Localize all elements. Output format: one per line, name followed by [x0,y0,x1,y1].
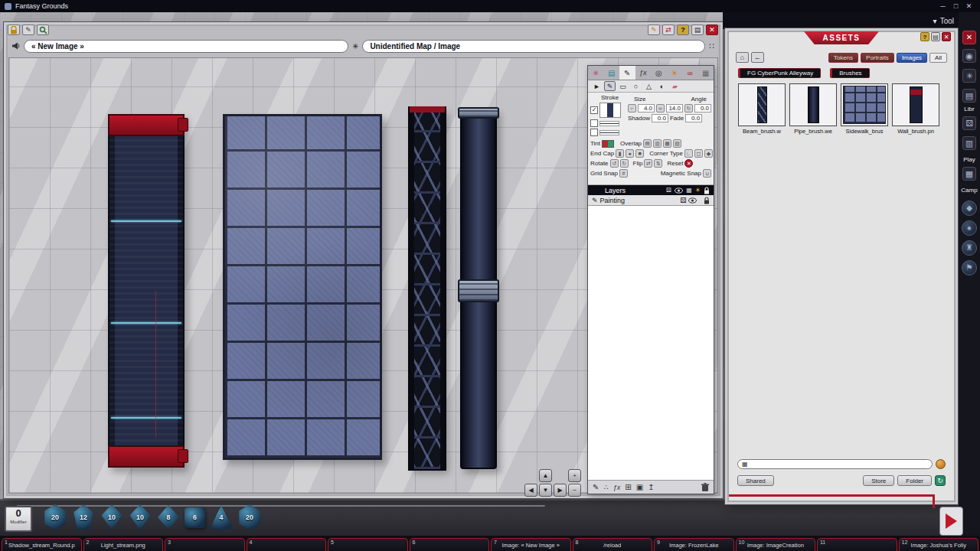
size-width-input[interactable]: 4.0 [638,104,655,112]
add-folder-icon[interactable]: ⊞ [625,483,631,491]
image-type-field[interactable]: Unidentified Map / Image [362,40,705,53]
layer-die-icon[interactable]: ⚄ [680,197,686,204]
dock-scroll-icon[interactable]: ▥ [962,136,976,150]
d8-die[interactable]: 8 [156,504,181,530]
hotkey-slot[interactable]: 11 [817,538,897,551]
overlap-option-1[interactable]: ▤ [643,139,652,148]
tab-brush[interactable]: ✎ [619,66,635,80]
layer-lock-icon[interactable] [704,197,710,204]
edit-mode-button[interactable]: ✎ [22,24,34,35]
asset-thumbnail[interactable] [892,83,939,126]
fx-icon[interactable]: ƒx [613,484,621,491]
magnetic-snap-toggle[interactable]: ∪ [703,169,711,178]
assets-help-button[interactable]: ? [920,32,929,41]
tool-menu[interactable]: Tool [940,17,954,25]
lock-icon[interactable] [8,24,20,35]
hotkey-slot[interactable]: 1Shadow_stream_Round.p [2,538,82,551]
copy-icon[interactable]: ▣ [636,483,643,491]
announce-icon[interactable] [11,42,20,50]
ellipse-tool[interactable]: ○ [630,81,642,91]
dock-tokens-icon[interactable]: ♜ [962,240,977,256]
layer-visibility-icon[interactable] [688,197,697,204]
end-cap-round[interactable]: ● [626,149,634,158]
size-length-input[interactable]: 14.0 [666,104,683,112]
blend-tool[interactable]: ◐ [656,81,668,91]
hotkey-slot[interactable]: 4 [247,538,327,551]
tab-tokens[interactable]: Tokens [828,53,858,63]
stroke-option2-checkbox[interactable] [590,129,598,136]
stroke-preview[interactable] [599,103,621,118]
store-button[interactable]: Store [863,475,894,486]
annotate-button[interactable]: ✎ [648,24,660,35]
zoom-mode-button[interactable] [37,24,49,35]
eraser-tool[interactable]: ▰ [669,81,681,91]
folder-button[interactable]: Folder [897,475,932,486]
corner-round[interactable]: ◻ [694,149,703,158]
link-size-button[interactable]: ∞ [656,104,665,112]
stroke-style2-preview[interactable] [599,130,619,135]
pan-up-button[interactable]: ▲ [539,469,552,482]
filter-orange-button[interactable] [936,459,946,469]
maximize-button[interactable]: □ [949,2,962,10]
layer-sun-icon[interactable]: ☀ [695,187,701,194]
eye-icon[interactable] [675,187,683,194]
tab-target[interactable]: ◎ [651,66,667,80]
fade-input[interactable]: 0.0 [685,114,702,122]
brush-tool[interactable]: ✎ [604,81,616,91]
d4-die[interactable]: 4 [209,504,234,530]
lock-icon[interactable] [704,187,710,194]
size-mode-button[interactable]: ⌐ [628,104,636,112]
asset-thumbnail[interactable] [841,83,888,126]
pan-left-button[interactable]: ◀ [524,484,537,497]
dock-zoom-icon[interactable]: ◉ [962,49,976,63]
tab-links[interactable]: ∞ [682,66,698,80]
rotate-cw-button[interactable]: ↻ [620,159,629,168]
hotkey-slot[interactable]: 12Image: Joshua's Folly [899,538,979,551]
tab-lighting[interactable]: ☀ [667,66,683,80]
dock-book-icon[interactable]: ▤ [962,89,976,103]
back-button[interactable]: ← [751,52,764,63]
tab-fx[interactable]: ƒx [635,66,652,80]
gear-icon[interactable]: ✳ [352,42,358,51]
minimize-button[interactable]: ─ [936,2,949,10]
asset-card-pipe[interactable]: Pipe_brush.we [789,83,837,135]
dock-close-button[interactable]: ✕ [962,31,976,44]
tab-images[interactable]: Images [897,53,927,63]
rotate-ccw-button[interactable]: ↺ [610,159,619,168]
corner-bevel[interactable]: ◆ [704,149,713,158]
sync-button[interactable]: ⇄ [662,24,675,35]
menu-dots-icon[interactable]: ∷ [709,41,715,51]
dock-chat-icon[interactable]: ♠ [962,220,977,236]
search-box[interactable]: ▦ [737,459,933,469]
hotkey-slot[interactable]: 5 [328,538,408,551]
d20-die[interactable]: 20 [43,504,67,530]
d12-die[interactable]: 12 [71,504,96,530]
search-input[interactable] [750,461,928,468]
export-icon[interactable]: ↥ [648,483,654,491]
overlap-option-4[interactable]: ▧ [673,139,681,148]
flip-vertical-button[interactable]: ⇅ [654,159,662,168]
refresh-button[interactable]: ↻ [935,475,946,486]
d6-die[interactable]: 6 [185,507,205,528]
windows-button[interactable]: ▤ [691,24,704,35]
nodes-icon[interactable]: ∴ [603,483,608,491]
overlap-option-3[interactable]: ▦ [663,139,671,148]
breadcrumb-folder[interactable]: Brushes [830,68,869,78]
tint-color-swatch[interactable] [602,140,614,148]
home-button[interactable]: ⌂ [736,52,749,63]
breadcrumb-module[interactable]: FG CyberPunk Alleyway [738,68,821,78]
select-tool[interactable]: ► [591,81,603,91]
close-image-window-button[interactable]: ✕ [706,24,718,35]
shared-button[interactable]: Shared [737,475,774,486]
help-button[interactable]: ? [677,24,689,35]
d20-die-2[interactable]: 20 [237,504,262,530]
layer-die-icon[interactable]: ⚄ [666,187,671,194]
stroke-option-checkbox[interactable] [590,119,598,127]
asset-card-wall[interactable]: Wall_brush.pn [892,83,939,135]
dock-options-gear-icon[interactable]: ✳ [962,69,976,83]
end-cap-square[interactable]: ■ [635,149,644,158]
tab-layers[interactable]: ▤ [604,66,620,80]
angle-rotate-button[interactable]: ↻ [684,104,693,112]
d100-die[interactable]: 10 [128,504,152,530]
hotkey-slot[interactable]: 9Image: FrozenLake [654,538,734,551]
